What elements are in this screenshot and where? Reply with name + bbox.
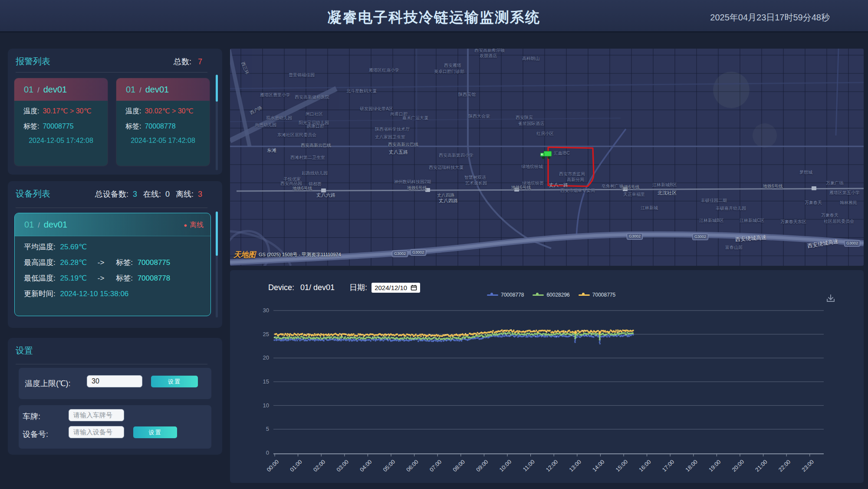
svg-text:11:00: 11:00	[522, 459, 536, 473]
map-label: 丰硕嘉卉幼儿园	[716, 205, 746, 211]
avg-temp-value: 25.69℃	[60, 243, 87, 251]
max-temp-value: 26.28℃	[60, 258, 87, 267]
svg-text:12:00: 12:00	[545, 459, 559, 473]
alarm-time: 2024-12-05 17:42:08	[116, 137, 210, 145]
offline-dot-icon: ●	[184, 222, 187, 228]
svg-text:00:00: 00:00	[266, 459, 280, 473]
device-id: 01	[24, 220, 34, 229]
road-shield-label: G3002	[627, 233, 643, 240]
map-label: 欢朋酒店	[480, 53, 497, 59]
alarm-time: 2024-12-05 17:42:08	[14, 137, 108, 145]
device-scrollbar[interactable]	[216, 211, 218, 317]
map-label: 西安市质监局	[559, 171, 585, 177]
alarm-card[interactable]: 01/dev01温度:30.02℃ > 30℃标签:700087782024-1…	[116, 78, 210, 166]
alarm-total-value: 7	[198, 57, 202, 66]
max-tag-value: 70008775	[138, 258, 171, 267]
settings-title: 设置	[16, 346, 33, 355]
alarm-panel-title: 报警列表	[16, 56, 50, 66]
divider	[16, 72, 207, 73]
date-input[interactable]: 2024/12/10	[372, 283, 420, 293]
alarm-card-header: 01/dev01	[116, 78, 210, 101]
alarm-temp-row: 温度:30.17℃ > 30℃	[14, 107, 108, 116]
svg-text:0: 0	[266, 449, 269, 456]
svg-text:21:00: 21:00	[754, 459, 769, 473]
settings-panel: 设置 温度上限(℃): 设置 车牌: 设备号: 设置	[8, 338, 222, 455]
map-label: 东滩社区居民委员会	[277, 132, 316, 138]
legend-item[interactable]: 70008778	[487, 292, 524, 298]
map-label: 西安高新第四小学	[439, 152, 473, 159]
map-label: 雁塔区曹里小学	[260, 92, 290, 98]
temp-limit-input[interactable]	[87, 375, 142, 387]
map-label: 万象春天东区	[780, 219, 806, 225]
map-label: 神州数码科技园2期	[394, 179, 431, 185]
alarm-card[interactable]: 01/dev01温度:30.17℃ > 30℃标签:700087752024-1…	[14, 78, 108, 166]
legend-label: 60028296	[546, 292, 569, 298]
chart-device-value: 01/ dev01	[300, 283, 335, 292]
map-label: 社区居民委员会	[824, 218, 854, 225]
device-panel: 设备列表 总设备数:3在线:0离线:3 01/dev01 ●离线 平均温度: 2…	[8, 181, 222, 328]
legend-item[interactable]: 60028296	[533, 292, 569, 298]
plate-device-group: 车牌: 设备号: 设置	[19, 405, 211, 449]
download-icon[interactable]	[825, 294, 836, 304]
map-label: 西安迈瑞科技大厦	[429, 165, 464, 171]
device-stat-label: 在线:	[143, 190, 161, 198]
svg-text:16:00: 16:00	[638, 459, 652, 473]
map-label: 陕西宾馆	[458, 92, 476, 98]
svg-text:14:00: 14:00	[591, 459, 606, 473]
map-label: 起跑线幼儿园	[302, 170, 328, 176]
map-label: 雁塔区第五小学	[829, 190, 860, 196]
temp-limit-set-button[interactable]: 设置	[151, 376, 198, 387]
svg-text:23:00: 23:00	[800, 459, 815, 473]
svg-text:20: 20	[263, 354, 269, 361]
dashboard: 凝睿电子科技冷链运输监测系统 2025年04月23日17时59分48秒 报警列表…	[0, 0, 868, 489]
map-label: 地铁6号线	[407, 185, 427, 191]
chart-panel: Device: 01/ dev01 日期: 2024/12/10 7000877…	[230, 270, 864, 483]
avg-temp-row: 平均温度: 25.69℃	[15, 242, 210, 252]
device-card[interactable]: 01/dev01 ●离线 平均温度: 25.69℃ 最高温度: 26.28℃ -…	[14, 213, 211, 316]
svg-text:5: 5	[266, 426, 269, 432]
svg-text:01:00: 01:00	[289, 459, 303, 473]
legend-symbol-icon	[579, 293, 590, 297]
map-label: 皓康口腔	[307, 123, 324, 129]
road-shield-label: G3002	[410, 249, 426, 256]
device-no-input[interactable]	[69, 426, 124, 438]
datetime: 2025年04月23日17时59分48秒	[710, 12, 830, 23]
alarm-card-header: 01/dev01	[14, 78, 108, 101]
map-label: 绿地缤纷城	[521, 164, 543, 170]
map-label: 陕西省科学技术厅	[375, 126, 410, 132]
map-label: 西安雁塔	[444, 63, 461, 69]
road-shield-label: G3002	[692, 234, 708, 240]
map-label: 东滩	[267, 147, 276, 154]
alarm-temp-row: 温度:30.02℃ > 30℃	[116, 107, 210, 116]
map-canvas[interactable]: 西安高新希尔顿欢朋酒店高科朗山雁塔区红庙小学普里锦福佳园西安雁塔英卓口腔门诊部北…	[230, 49, 864, 266]
device-card-header: 01/dev01 ●离线	[15, 213, 210, 236]
map-label: 高新分局	[567, 177, 584, 183]
map-label: 北沈社区	[658, 190, 677, 196]
map-label: 英卓口腔门诊部	[434, 69, 464, 75]
legend-label: 70008778	[501, 292, 524, 298]
road-shield-label: G3002	[844, 240, 860, 247]
chart-header: Device: 01/ dev01 日期: 2024/12/10	[268, 282, 420, 293]
map-label: 万象春天	[805, 200, 822, 206]
legend-item[interactable]: 70008775	[579, 292, 615, 298]
app-header: 凝睿电子科技冷链运输监测系统 2025年04月23日17时59分48秒	[0, 0, 868, 33]
device-stat-value: 3	[133, 190, 137, 198]
temp-limit-group: 温度上限(℃): 设置	[19, 368, 211, 399]
device-status-badge: ●离线	[184, 213, 204, 237]
legend-symbol-icon	[533, 293, 544, 297]
min-tag-value: 70008778	[138, 274, 171, 282]
plate-device-set-button[interactable]: 设置	[133, 426, 177, 438]
map-label: 西安高新云巴线	[301, 142, 331, 149]
map-label: 万象广场	[826, 180, 843, 186]
truck-marker-icon[interactable]	[540, 150, 553, 160]
map-label: 地铁6号线	[511, 185, 531, 191]
map-label: 富春山居	[725, 244, 743, 251]
legend-symbol-icon	[487, 293, 498, 297]
plate-input[interactable]	[69, 409, 124, 421]
svg-text:10:00: 10:00	[498, 459, 513, 473]
svg-text:13:00: 13:00	[568, 459, 582, 473]
legend-label: 70008775	[592, 292, 615, 298]
map-label: 丈八家园卫生室	[375, 134, 405, 140]
map-label: 江林新城	[641, 205, 658, 211]
alarm-scrollbar[interactable]	[216, 75, 218, 170]
